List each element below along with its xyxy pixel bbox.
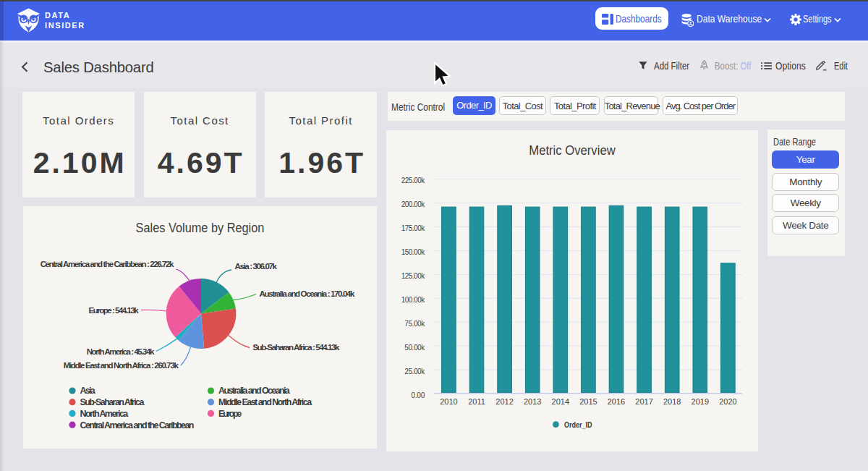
svg-text:2016: 2016 [608,397,625,406]
svg-text:0.00: 0.00 [412,391,425,399]
svg-text:25.00k: 25.00k [404,368,425,375]
svg-text:Sub-Saharan Africa: Sub-Saharan Africa [80,397,145,407]
svg-text:Sub-Saharan Africa : 544.13k: Sub-Saharan Africa : 544.13k [252,343,340,352]
svg-text:2019: 2019 [692,397,709,406]
svg-text:125.00k: 125.00k [401,272,426,280]
svg-text:2020: 2020 [719,397,736,406]
svg-text:2013: 2013 [524,397,541,406]
svg-text:Middle East and North Africa: Middle East and North Africa [218,397,312,407]
svg-text:Australia and Oceania: Australia and Oceania [218,386,291,396]
svg-text:100.00k: 100.00k [401,296,426,304]
svg-text:North America : 45.34k: North America : 45.34k [86,347,154,356]
svg-text:Sales Volume by Region: Sales Volume by Region [135,221,264,235]
svg-text:Middle East and North Africa :: Middle East and North Africa : 260.73k [63,361,179,370]
svg-text:Asia: Asia [80,386,95,396]
svg-text:Europe: Europe [218,409,242,419]
svg-text:Australia and Oceania : 170.04: Australia and Oceania : 170.04k [259,289,355,298]
svg-text:225.00k: 225.00k [401,177,426,184]
svg-text:2018: 2018 [663,397,681,406]
svg-text:75.00k: 75.00k [404,320,425,328]
svg-text:200.00k: 200.00k [401,200,426,208]
svg-text:2011: 2011 [468,397,485,406]
svg-text:2017: 2017 [635,397,652,406]
svg-text:Order_ID: Order_ID [564,420,592,429]
svg-text:Europe : 544.13k: Europe : 544.13k [88,306,139,315]
svg-text:2014: 2014 [552,397,569,406]
svg-text:Metric Overview: Metric Overview [529,143,616,158]
svg-text:North America: North America [80,409,129,419]
svg-text:50.00k: 50.00k [404,344,425,352]
svg-text:175.00k: 175.00k [401,224,426,232]
svg-text:Asia : 306.07k: Asia : 306.07k [234,262,277,271]
svg-text:2010: 2010 [440,397,457,406]
svg-text:2012: 2012 [495,397,513,406]
svg-text:Central America and the Caribb: Central America and the Caribbean [80,420,194,430]
svg-text:Central America and the Caribb: Central America and the Caribbean : 226.… [40,260,174,268]
svg-text:2015: 2015 [579,397,597,406]
svg-text:150.00k: 150.00k [401,248,426,256]
